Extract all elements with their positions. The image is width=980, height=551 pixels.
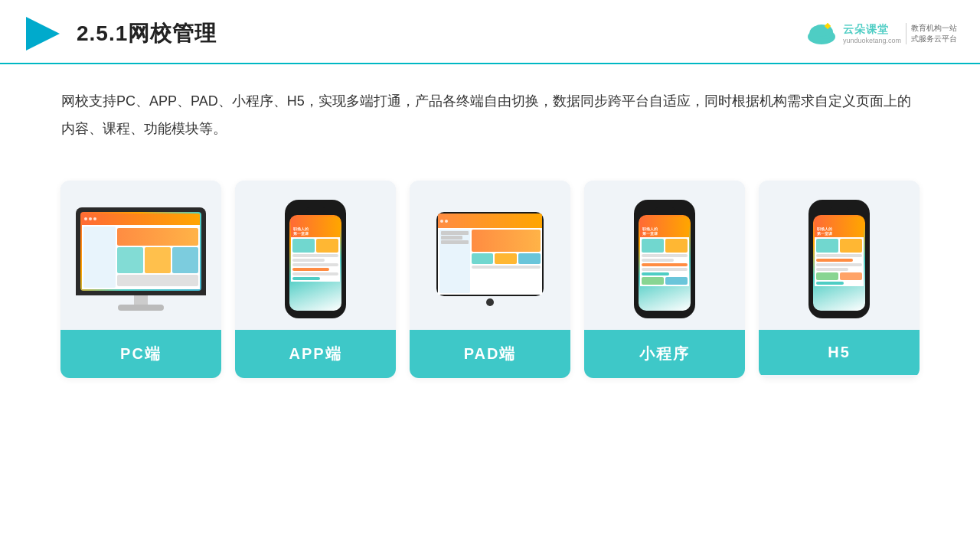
app-image-area: 职场人的第一堂课: [235, 181, 396, 330]
phone-mockup-app: 职场人的第一堂课: [285, 200, 346, 318]
logo-name: 云朵课堂: [843, 23, 901, 37]
h5-image-area: 职场人的第一堂课: [759, 181, 920, 330]
miniprogram-label: 小程序: [584, 330, 745, 378]
pad-image-area: [410, 181, 570, 330]
cards-area: PC端 职场人的第一堂课: [0, 158, 980, 378]
pad-label: PAD端: [410, 330, 570, 378]
description-text: 网校支持PC、APP、PAD、小程序、H5，实现多端打通，产品各终端自由切换，数…: [0, 64, 980, 150]
card-h5: 职场人的第一堂课: [759, 181, 920, 378]
header-left: 2.5.1网校管理: [23, 14, 217, 54]
page-title: 2.5.1网校管理: [77, 19, 217, 48]
logo-url: yunduoketang.com: [843, 37, 901, 44]
svg-marker-0: [26, 17, 60, 51]
card-miniprogram: 职场人的第一堂课: [584, 181, 745, 378]
tablet-mockup: [436, 212, 544, 306]
play-icon: [23, 14, 63, 54]
card-app: 职场人的第一堂课: [235, 181, 396, 378]
app-label: APP端: [235, 330, 396, 378]
logo-area: 云朵课堂 yunduoketang.com 教育机构一站式服务云平台: [805, 20, 957, 47]
pc-image-area: [60, 181, 221, 330]
logo-text: 云朵课堂 yunduoketang.com: [843, 23, 901, 44]
logo-tagline: 教育机构一站式服务云平台: [906, 23, 957, 44]
pc-label: PC端: [60, 330, 221, 378]
header: 2.5.1网校管理 云朵课堂 yunduoketang.com 教育机构一站式服…: [0, 0, 980, 64]
card-pad: PAD端: [410, 181, 570, 378]
phone-mockup-h5: 职场人的第一堂课: [808, 200, 870, 318]
miniprogram-image-area: 职场人的第一堂课: [584, 181, 745, 330]
h5-label: H5: [759, 330, 920, 375]
phone-mockup-mini: 职场人的第一堂课: [634, 200, 695, 318]
description-content: 网校支持PC、APP、PAD、小程序、H5，实现多端打通，产品各终端自由切换，数…: [61, 93, 911, 136]
logo-cloud-icon: [805, 20, 838, 47]
card-pc: PC端: [60, 181, 221, 378]
pc-mockup: [76, 207, 206, 311]
